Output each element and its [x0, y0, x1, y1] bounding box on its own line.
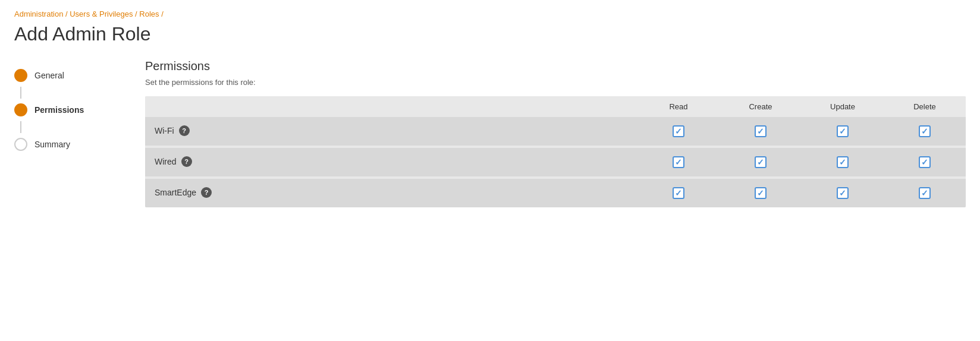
row-label-cell-1: Wired? — [145, 148, 637, 175]
check-delete-2 — [884, 178, 966, 207]
page-container: Administration / Users & Privileges / Ro… — [0, 0, 980, 217]
main-content: Permissions Set the permissions for this… — [133, 59, 966, 207]
row-label-0: Wi-Fi — [155, 126, 174, 135]
stepper-circle-permissions — [14, 103, 27, 116]
checkbox-update-1[interactable] — [837, 156, 849, 168]
page-title: Add Admin Role — [14, 23, 966, 45]
checkbox-delete-1[interactable] — [919, 156, 931, 168]
check-update-0 — [802, 117, 884, 147]
help-icon-0[interactable]: ? — [179, 125, 190, 136]
checkbox-read-0[interactable] — [673, 125, 684, 137]
stepper: General Permissions Summary — [14, 59, 133, 207]
check-delete-1 — [884, 147, 966, 178]
col-header-create: Create — [720, 96, 802, 117]
stepper-item-summary[interactable]: Summary — [14, 133, 133, 156]
help-icon-1[interactable]: ? — [181, 156, 192, 167]
checkbox-delete-0[interactable] — [919, 125, 931, 137]
checkbox-create-1[interactable] — [755, 156, 767, 168]
checkbox-create-0[interactable] — [755, 125, 767, 137]
check-delete-0 — [884, 117, 966, 147]
help-icon-2[interactable]: ? — [201, 187, 212, 198]
breadcrumb-roles[interactable]: Roles — [139, 10, 159, 18]
table-header-row: Read Create Update Delete — [145, 96, 966, 117]
table-row: Wi-Fi? — [145, 117, 966, 147]
stepper-item-general[interactable]: General — [14, 64, 133, 87]
table-row: SmartEdge? — [145, 178, 966, 207]
col-header-read: Read — [637, 96, 720, 117]
breadcrumb-sep-3: / — [161, 10, 164, 18]
check-read-2 — [637, 178, 720, 207]
check-read-0 — [637, 117, 720, 147]
stepper-connector-2 — [20, 121, 21, 133]
row-label-1: Wired — [155, 157, 177, 166]
breadcrumb: Administration / Users & Privileges / Ro… — [14, 10, 966, 18]
table-row: Wired? — [145, 147, 966, 178]
check-create-0 — [720, 117, 802, 147]
section-title: Permissions — [145, 59, 966, 73]
checkbox-delete-2[interactable] — [919, 187, 931, 199]
stepper-circle-general — [14, 69, 27, 82]
content-area: General Permissions Summary Permissions … — [14, 59, 966, 207]
checkbox-read-2[interactable] — [673, 187, 684, 199]
checkbox-read-1[interactable] — [673, 156, 684, 168]
stepper-item-permissions[interactable]: Permissions — [14, 99, 133, 121]
section-subtitle: Set the permissions for this role: — [145, 78, 966, 87]
stepper-circle-summary — [14, 138, 27, 151]
row-label-cell-0: Wi-Fi? — [145, 117, 637, 144]
checkbox-create-2[interactable] — [755, 187, 767, 199]
check-create-1 — [720, 147, 802, 178]
checkbox-update-0[interactable] — [837, 125, 849, 137]
row-label-cell-2: SmartEdge? — [145, 179, 637, 206]
col-header-update: Update — [802, 96, 884, 117]
stepper-connector-1 — [20, 87, 21, 99]
stepper-label-general: General — [34, 71, 64, 80]
breadcrumb-users[interactable]: Users & Privileges — [70, 10, 133, 18]
check-read-1 — [637, 147, 720, 178]
stepper-label-permissions: Permissions — [34, 105, 84, 115]
col-header-delete: Delete — [884, 96, 966, 117]
breadcrumb-admin[interactable]: Administration — [14, 10, 63, 18]
permissions-table: Read Create Update Delete Wi-Fi?Wired?Sm… — [145, 96, 966, 207]
check-create-2 — [720, 178, 802, 207]
stepper-label-summary: Summary — [34, 140, 70, 149]
checkbox-update-2[interactable] — [837, 187, 849, 199]
permissions-table-wrapper: Read Create Update Delete Wi-Fi?Wired?Sm… — [145, 96, 966, 207]
row-label-2: SmartEdge — [155, 188, 196, 197]
check-update-2 — [802, 178, 884, 207]
check-update-1 — [802, 147, 884, 178]
col-header-name — [145, 96, 637, 117]
